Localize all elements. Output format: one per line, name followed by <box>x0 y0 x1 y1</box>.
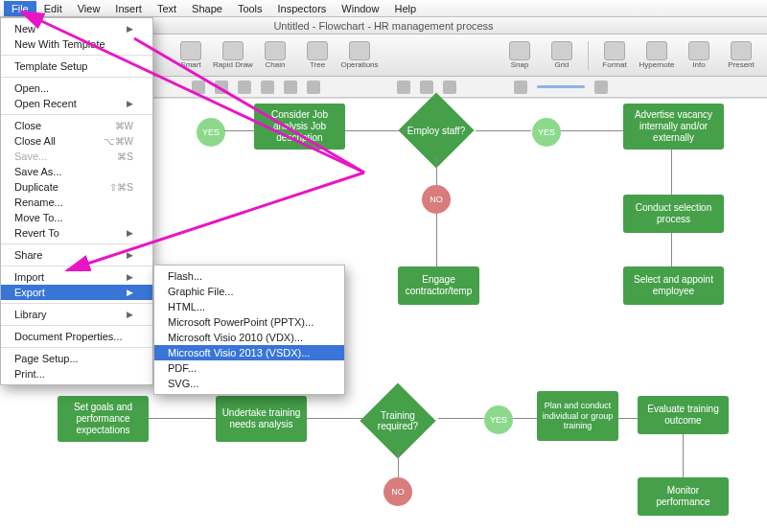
flowchart-no-node[interactable]: NO <box>384 477 412 506</box>
flowchart-yes-node[interactable]: YES <box>484 405 513 434</box>
flowchart-process-box[interactable]: Evaluate training outcome <box>638 396 729 434</box>
svg-line-0 <box>21 12 364 173</box>
flowchart-process-box[interactable]: Monitor performance <box>638 477 729 516</box>
flowchart-process-box[interactable]: Undertake training needs analysis <box>216 396 307 442</box>
annotation-arrow <box>0 0 767 385</box>
flowchart-process-box[interactable]: Set goals and performance expectations <box>58 396 149 442</box>
svg-line-2 <box>67 173 364 270</box>
diamond-label: Training required? <box>360 410 436 431</box>
svg-line-1 <box>134 38 364 173</box>
flowchart-decision-diamond[interactable]: Training required? <box>360 394 436 448</box>
flowchart-process-box[interactable]: Plan and conduct individual or group tra… <box>537 391 618 441</box>
